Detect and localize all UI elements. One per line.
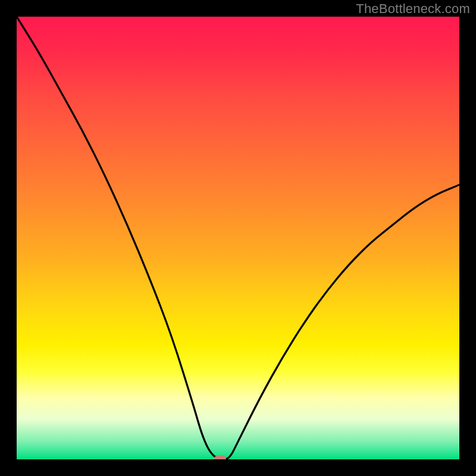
optimal-marker bbox=[214, 455, 226, 459]
chart-stage: TheBottleneck.com bbox=[0, 0, 476, 476]
plot-area bbox=[17, 17, 459, 459]
bottleneck-curve bbox=[17, 17, 459, 459]
curve-path bbox=[17, 17, 459, 459]
watermark-text: TheBottleneck.com bbox=[356, 1, 470, 17]
